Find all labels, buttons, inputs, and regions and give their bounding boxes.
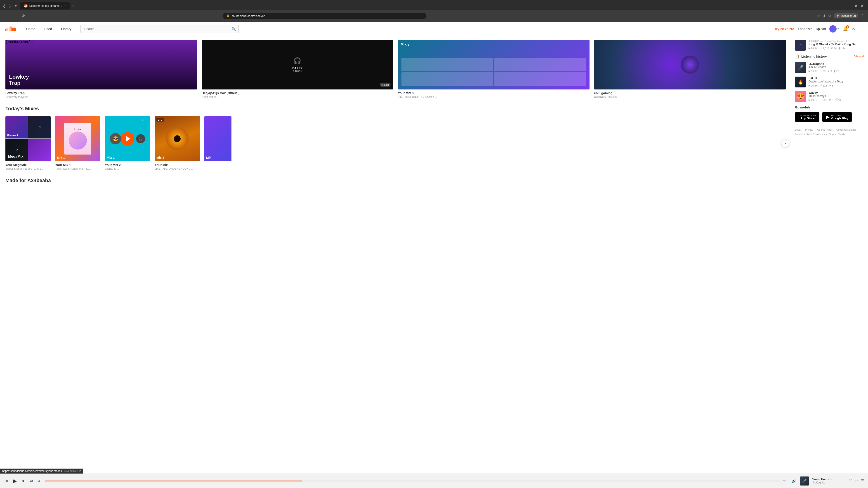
nav-home[interactable]: Home (22, 22, 40, 36)
browser-actions: ☆ ⬇ ⧉ 🕵 Incognito (2) ⋮ (817, 13, 864, 18)
mix2-label: Mix 2 (107, 156, 115, 160)
track2-title: Ostatni dzień wakacji z Tobą (809, 80, 864, 83)
player-right: ♡ ↩ ☰ (849, 479, 864, 484)
mix2-more-btn[interactable]: ··· (146, 118, 148, 122)
view-all-link[interactable]: View all (854, 55, 864, 58)
user-avatar (829, 25, 837, 33)
player-queue-btn[interactable]: ☰ (861, 479, 864, 484)
nav-library[interactable]: Library (57, 22, 76, 36)
card-deejay-gijs[interactable]: 🎧 DJ LEX & CISNE station Deejay-Gijs Cox… (202, 40, 393, 98)
menu-btn[interactable]: ⋮ (861, 14, 864, 18)
track2-info: mikoll Ostatni dzień wakacji z Tobą ▶ 20… (809, 76, 864, 88)
nav-links: Home Feed Library (22, 22, 76, 36)
track3-stats: ▶ 29.1K ♡ 281 ⟳ 6 💬 6 (809, 98, 864, 101)
footer-consent[interactable]: Consent Manager (836, 128, 856, 131)
next-track-btn[interactable]: ⏭ (21, 478, 26, 484)
win-restore[interactable]: ⧉ (855, 4, 857, 8)
footer-legal[interactable]: Legal (795, 128, 801, 131)
card-your-mix3[interactable]: Mix 3 Your Mix 3 LIKE THAT UNDERGROUND .… (398, 40, 590, 98)
win-close[interactable]: ✕ (861, 4, 864, 8)
google-play-btn[interactable]: ▶ GET IT ON Google Play (822, 112, 852, 122)
win-minimize[interactable]: — (848, 4, 851, 8)
next-btn[interactable]: › (781, 139, 789, 147)
download-btn[interactable]: ⬇ (823, 14, 826, 18)
try-next-pro-btn[interactable]: Try Next Pro (774, 27, 794, 31)
card-deejay-title: Deejay-Gijs Cox (Official) (202, 91, 393, 95)
forward-btn[interactable]: → (12, 13, 18, 19)
footer-privacy[interactable]: Privacy (805, 128, 813, 131)
t1-reposts: ⟳ 3 (828, 70, 832, 72)
player-track-info: Jimi n Hendrix I.N.Kognito (812, 478, 832, 484)
sidebar: 🎵 © 2020 Purge Gang Entertainment King K… (791, 36, 868, 191)
copyright-reposts: ⟳ 14 (831, 47, 837, 50)
mix-card-4[interactable]: Mix (204, 116, 231, 170)
history-track-2[interactable]: 🔥 mikoll Ostatni dzień wakacji z Tobą ▶ … (795, 76, 864, 88)
for-artists-btn[interactable]: For Artists (798, 27, 812, 31)
footer-imprint[interactable]: Imprint (795, 133, 803, 135)
history-track-1[interactable]: 🎤 I.N.Kognito Jimi n Hendrix ▶ 19.6K ♡ 9… (795, 62, 864, 73)
search-wrap: 🔍 (81, 25, 239, 33)
mix2-img: 😎 🎤 🎧 Mix 2 ♡ ··· (105, 116, 150, 161)
upload-btn[interactable]: Upload (816, 27, 826, 31)
volume-icon[interactable]: 🔊 (792, 479, 796, 484)
play-pause-btn[interactable]: ▶ (12, 477, 18, 485)
player-like-btn[interactable]: ♡ (849, 479, 852, 484)
extensions-btn[interactable]: ⧉ (829, 14, 831, 18)
megamix-img: Electronic 🎵 🎤 (5, 116, 51, 161)
search-input[interactable] (81, 25, 239, 33)
footer-artist-resources[interactable]: Artist Resources (807, 133, 825, 135)
tab-back-btn[interactable]: ❮ (2, 3, 6, 9)
station-label: station (380, 83, 391, 87)
footer-cookie[interactable]: Cookie Policy (817, 128, 833, 131)
reload-btn[interactable]: ⟳ (21, 12, 26, 19)
mix-card-2[interactable]: 😎 🎤 🎧 Mix 2 ♡ ··· (105, 116, 150, 170)
mix2-heart-btn[interactable]: ♡ (141, 118, 144, 122)
tab-close-btn[interactable]: × (65, 4, 66, 8)
url-box[interactable]: 🔒 soundcloud.com/discover (223, 13, 426, 19)
bookmark-btn[interactable]: ☆ (817, 14, 820, 18)
shuffle-btn[interactable]: ⇄ (29, 478, 34, 484)
notification-bell[interactable]: 🔔 1 (842, 26, 848, 32)
track2-stats: ▶ 20.4K ♡ 112 ⟳ 3 (809, 84, 864, 87)
nav-feed[interactable]: Feed (40, 22, 57, 36)
player-track: 🎤 Jimi n Hendrix I.N.Kognito (800, 477, 845, 486)
progress-bar[interactable] (45, 481, 780, 482)
t3-plays: ▶ 29.1K (809, 98, 817, 101)
mix-card-megamix[interactable]: Electronic 🎵 🎤 (5, 116, 51, 170)
mix-card-1[interactable]: Lover Mix 1 Your Mix 1 Taylor Swift, Ton… (55, 116, 100, 170)
active-tab[interactable]: Discover the top streamed mus... × (20, 2, 70, 9)
more-btn[interactable]: ··· (859, 26, 863, 31)
copyright-item[interactable]: 🎵 © 2020 Purge Gang Entertainment King K… (795, 40, 864, 51)
address-bar: ← → ⟳ 🔒 soundcloud.com/discover ☆ ⬇ ⧉ 🕵 … (0, 10, 868, 22)
history-track-3[interactable]: 😍 Wavey Trust Freestyle ▶ 29.1K ♡ 281 ⟳ … (795, 91, 864, 102)
player-progress: 2:01 (45, 480, 788, 483)
incognito-badge[interactable]: 🕵 Incognito (2) (834, 13, 858, 18)
app-store-btn[interactable]: Download on the App Store (795, 112, 819, 122)
new-tab-btn[interactable]: + (70, 2, 76, 9)
svg-rect-0 (24, 6, 25, 7)
tab-forward-btn[interactable]: ❯ (7, 3, 12, 9)
play-button[interactable] (121, 132, 134, 145)
card-chill-gaming[interactable]: chill gaming Discovery Playlists (594, 40, 786, 98)
svg-rect-8 (6, 28, 7, 31)
back-btn[interactable]: ← (4, 13, 9, 19)
track1-info: I.N.Kognito Jimi n Hendrix ▶ 19.6K ♡ 93 … (809, 62, 864, 73)
content-area: ') center/cover;"> LowkeyTrap Lowkey Tra… (0, 36, 791, 191)
mix-card-3[interactable]: LTU Mix 3 Your Mix 3 LIKE THAT UNDERGROU… (155, 116, 200, 170)
prev-btn[interactable]: ⏮ (4, 478, 9, 484)
messages-btn[interactable]: ✉ (852, 26, 855, 31)
t2-plays: ▶ 20.4K (809, 84, 817, 87)
avatar-wrap[interactable]: ▾ (829, 25, 839, 33)
tab-list-btn[interactable]: ▼ (13, 3, 19, 9)
player-repost-btn[interactable]: ↩ (855, 479, 858, 483)
repeat-btn[interactable]: ↺ (37, 478, 41, 484)
sc-logo[interactable] (5, 26, 16, 32)
tab-bar: ❮ ❯ ▼ Discover the top streamed mus... ×… (0, 0, 868, 10)
card-lowkey-trap[interactable]: ') center/cover;"> LowkeyTrap Lowkey Tra… (5, 40, 197, 98)
svg-rect-12 (11, 27, 11, 31)
card-deejay-sub: Artist station (202, 95, 393, 98)
footer-blog[interactable]: Blog (829, 133, 834, 135)
mix1-label: Mix 1 (57, 156, 65, 160)
track1-artist: I.N.Kognito (809, 62, 864, 66)
footer-charts[interactable]: Charts (838, 133, 845, 135)
